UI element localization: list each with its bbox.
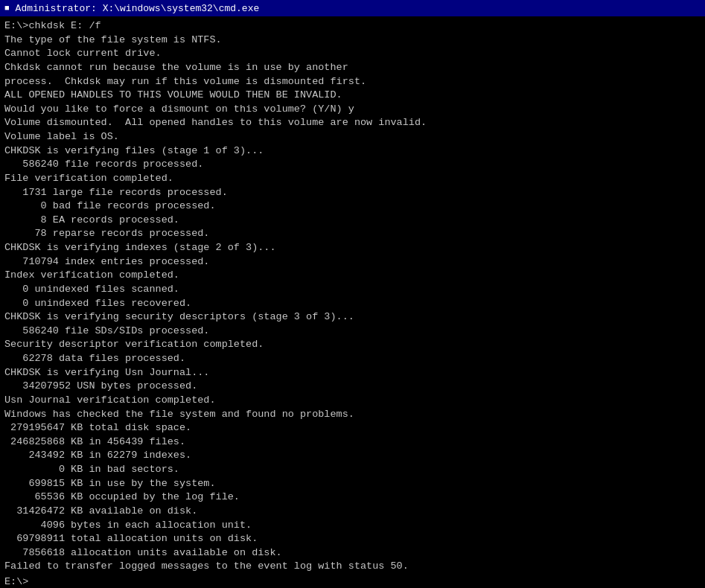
- console-line: Windows has checked the file system and …: [4, 408, 701, 422]
- console-line: 1731 large file records processed.: [4, 186, 701, 200]
- cmd-icon: ■: [4, 4, 10, 13]
- console-line: Cannot lock current drive.: [4, 47, 701, 61]
- console-line: 243492 KB in 62279 indexes.: [4, 449, 701, 463]
- console-line: E:\>: [4, 575, 701, 588]
- console-line: Index verification completed.: [4, 269, 701, 283]
- console-line: Usn Journal verification completed.: [4, 394, 701, 408]
- console-line: 0 unindexed files recovered.: [4, 297, 701, 311]
- console-line: 0 KB in bad sectors.: [4, 463, 701, 477]
- console-line: 0 bad file records processed.: [4, 199, 701, 214]
- console-line: Would you like to force a dismount on th…: [4, 103, 701, 117]
- console-line: 246825868 KB in 456439 files.: [4, 435, 701, 450]
- console-line: 31426472 KB available on disk.: [4, 505, 701, 519]
- console-line: 69798911 total allocation units on disk.: [4, 532, 701, 546]
- console-line: 78 reparse records processed.: [4, 227, 701, 241]
- console-line: 710794 index entries processed.: [4, 255, 701, 269]
- title-bar-text: Administrator: X:\windows\system32\cmd.e…: [16, 3, 260, 14]
- console-line: Volume label is OS.: [4, 130, 701, 144]
- console-line: 34207952 USN bytes processed.: [4, 380, 701, 394]
- console-line: E:\>chkdsk E: /f: [4, 19, 701, 33]
- console-line: 65536 KB occupied by the log file.: [4, 490, 701, 505]
- console-line: Volume dismounted. All opened handles to…: [4, 116, 701, 130]
- console-line: 62278 data files processed.: [4, 352, 701, 366]
- console-line: ALL OPENED HANDLES TO THIS VOLUME WOULD …: [4, 89, 701, 103]
- console-line: Security descriptor verification complet…: [4, 338, 701, 352]
- console-line: 586240 file records processed.: [4, 158, 701, 172]
- cmd-window: ■ Administrator: X:\windows\system32\cmd…: [0, 0, 705, 588]
- console-line: 699815 KB in use by the system.: [4, 477, 701, 491]
- console-line: 586240 file SDs/SIDs processed.: [4, 325, 701, 339]
- console-line: 0 unindexed files scanned.: [4, 283, 701, 297]
- console-line: 279195647 KB total disk space.: [4, 421, 701, 435]
- console-line: 7856618 allocation units available on di…: [4, 546, 701, 560]
- console-line: The type of the file system is NTFS.: [4, 33, 701, 48]
- title-bar: ■ Administrator: X:\windows\system32\cmd…: [0, 0, 705, 16]
- console-line: CHKDSK is verifying indexes (stage 2 of …: [4, 241, 701, 255]
- console-line: CHKDSK is verifying files (stage 1 of 3)…: [4, 144, 701, 159]
- console-line: CHKDSK is verifying Usn Journal...: [4, 366, 701, 380]
- console-line: File verification completed.: [4, 172, 701, 186]
- console-line: 4096 bytes in each allocation unit.: [4, 519, 701, 533]
- console-line: CHKDSK is verifying security descriptors…: [4, 310, 701, 325]
- console-line: process. Chkdsk may run if this volume i…: [4, 75, 701, 89]
- console-line: Failed to transfer logged messages to th…: [4, 560, 701, 574]
- console-line: Chkdsk cannot run because the volume is …: [4, 61, 701, 75]
- console-line: 8 EA records processed.: [4, 214, 701, 228]
- console-output: E:\>chkdsk E: /fThe type of the file sys…: [0, 16, 705, 588]
